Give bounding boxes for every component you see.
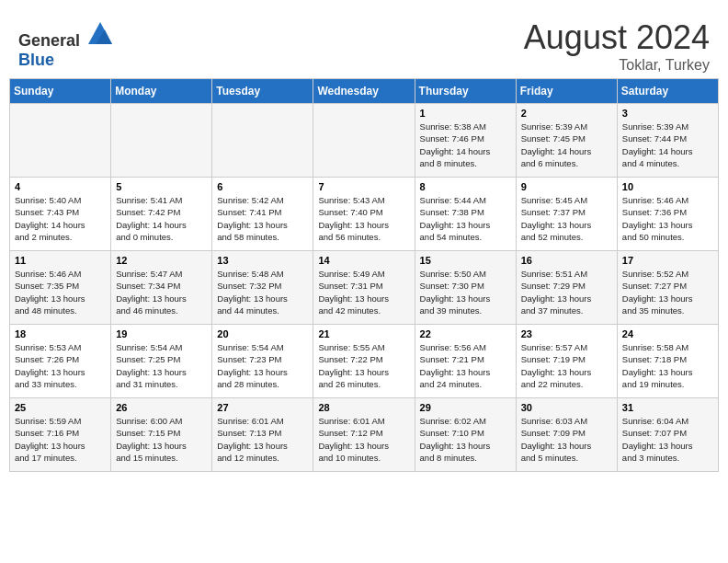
calendar-cell: 8Sunrise: 5:44 AM Sunset: 7:38 PM Daylig… — [415, 178, 516, 251]
day-number: 20 — [217, 328, 308, 339]
logo-blue: Blue — [18, 51, 54, 69]
calendar-cell: 11Sunrise: 5:46 AM Sunset: 7:35 PM Dayli… — [10, 251, 111, 325]
day-number: 3 — [622, 108, 713, 119]
day-info: Sunrise: 5:51 AM Sunset: 7:29 PM Dayligh… — [521, 268, 612, 316]
calendar-cell: 1Sunrise: 5:38 AM Sunset: 7:46 PM Daylig… — [415, 104, 516, 178]
calendar-cell: 17Sunrise: 5:52 AM Sunset: 7:27 PM Dayli… — [617, 251, 718, 325]
day-info: Sunrise: 5:43 AM Sunset: 7:40 PM Dayligh… — [318, 194, 409, 243]
calendar-cell: 27Sunrise: 6:01 AM Sunset: 7:13 PM Dayli… — [212, 398, 313, 472]
day-info: Sunrise: 6:01 AM Sunset: 7:13 PM Dayligh… — [217, 415, 308, 464]
calendar-cell: 22Sunrise: 5:56 AM Sunset: 7:21 PM Dayli… — [415, 325, 516, 398]
month-title: August 2024 — [524, 18, 710, 57]
day-number: 17 — [622, 255, 713, 266]
calendar-week-row: 4Sunrise: 5:40 AM Sunset: 7:43 PM Daylig… — [10, 178, 719, 251]
calendar-cell: 18Sunrise: 5:53 AM Sunset: 7:26 PM Dayli… — [10, 325, 111, 398]
title-block: August 2024 Toklar, Turkey — [524, 18, 710, 74]
calendar-cell: 30Sunrise: 6:03 AM Sunset: 7:09 PM Dayli… — [516, 398, 617, 472]
weekday-header: Wednesday — [313, 79, 415, 104]
day-info: Sunrise: 5:46 AM Sunset: 7:36 PM Dayligh… — [622, 194, 713, 243]
day-number: 14 — [318, 255, 409, 266]
calendar-cell: 15Sunrise: 5:50 AM Sunset: 7:30 PM Dayli… — [415, 251, 516, 325]
calendar-cell: 3Sunrise: 5:39 AM Sunset: 7:44 PM Daylig… — [617, 104, 718, 178]
day-info: Sunrise: 6:01 AM Sunset: 7:12 PM Dayligh… — [318, 415, 409, 464]
logo-icon — [86, 18, 114, 46]
calendar-cell: 9Sunrise: 5:45 AM Sunset: 7:37 PM Daylig… — [516, 178, 617, 251]
weekday-header: Monday — [111, 79, 212, 104]
calendar-cell: 31Sunrise: 6:04 AM Sunset: 7:07 PM Dayli… — [617, 398, 718, 472]
day-info: Sunrise: 5:54 AM Sunset: 7:23 PM Dayligh… — [217, 341, 308, 390]
weekday-row: SundayMondayTuesdayWednesdayThursdayFrid… — [10, 79, 719, 104]
day-info: Sunrise: 5:47 AM Sunset: 7:34 PM Dayligh… — [116, 268, 207, 316]
day-number: 15 — [420, 255, 511, 266]
day-info: Sunrise: 5:54 AM Sunset: 7:25 PM Dayligh… — [116, 341, 207, 390]
calendar-cell: 7Sunrise: 5:43 AM Sunset: 7:40 PM Daylig… — [313, 178, 415, 251]
day-number: 25 — [15, 402, 106, 413]
calendar-cell: 20Sunrise: 5:54 AM Sunset: 7:23 PM Dayli… — [212, 325, 313, 398]
calendar-cell: 10Sunrise: 5:46 AM Sunset: 7:36 PM Dayli… — [617, 178, 718, 251]
day-number: 23 — [521, 328, 612, 339]
weekday-header: Sunday — [10, 79, 111, 104]
day-number: 5 — [116, 181, 207, 192]
calendar-table: SundayMondayTuesdayWednesdayThursdayFrid… — [9, 78, 719, 472]
day-info: Sunrise: 5:44 AM Sunset: 7:38 PM Dayligh… — [420, 194, 511, 243]
day-info: Sunrise: 5:59 AM Sunset: 7:16 PM Dayligh… — [15, 415, 106, 464]
weekday-header: Tuesday — [212, 79, 313, 104]
day-number: 26 — [116, 402, 207, 413]
calendar-cell: 29Sunrise: 6:02 AM Sunset: 7:10 PM Dayli… — [415, 398, 516, 472]
day-info: Sunrise: 5:55 AM Sunset: 7:22 PM Dayligh… — [318, 341, 409, 390]
day-info: Sunrise: 5:41 AM Sunset: 7:42 PM Dayligh… — [116, 194, 207, 243]
day-info: Sunrise: 5:38 AM Sunset: 7:46 PM Dayligh… — [420, 121, 511, 169]
calendar-cell: 6Sunrise: 5:42 AM Sunset: 7:41 PM Daylig… — [212, 178, 313, 251]
calendar-cell: 14Sunrise: 5:49 AM Sunset: 7:31 PM Dayli… — [313, 251, 415, 325]
page-header: General Blue August 2024 Toklar, Turkey — [9, 9, 719, 78]
calendar-cell — [313, 104, 415, 178]
day-info: Sunrise: 5:50 AM Sunset: 7:30 PM Dayligh… — [420, 268, 511, 316]
calendar-week-row: 25Sunrise: 5:59 AM Sunset: 7:16 PM Dayli… — [10, 398, 719, 472]
day-number: 28 — [318, 402, 409, 413]
calendar-cell: 5Sunrise: 5:41 AM Sunset: 7:42 PM Daylig… — [111, 178, 212, 251]
calendar-cell: 28Sunrise: 6:01 AM Sunset: 7:12 PM Dayli… — [313, 398, 415, 472]
calendar-cell: 21Sunrise: 5:55 AM Sunset: 7:22 PM Dayli… — [313, 325, 415, 398]
day-info: Sunrise: 5:49 AM Sunset: 7:31 PM Dayligh… — [318, 268, 409, 316]
weekday-header: Friday — [516, 79, 617, 104]
calendar-cell: 24Sunrise: 5:58 AM Sunset: 7:18 PM Dayli… — [617, 325, 718, 398]
day-number: 8 — [420, 181, 511, 192]
day-number: 19 — [116, 328, 207, 339]
calendar-cell: 4Sunrise: 5:40 AM Sunset: 7:43 PM Daylig… — [10, 178, 111, 251]
calendar-cell — [10, 104, 111, 178]
day-info: Sunrise: 5:46 AM Sunset: 7:35 PM Dayligh… — [15, 268, 106, 316]
day-number: 16 — [521, 255, 612, 266]
calendar-cell: 23Sunrise: 5:57 AM Sunset: 7:19 PM Dayli… — [516, 325, 617, 398]
day-info: Sunrise: 5:57 AM Sunset: 7:19 PM Dayligh… — [521, 341, 612, 390]
day-number: 24 — [622, 328, 713, 339]
calendar-cell — [212, 104, 313, 178]
logo: General Blue — [18, 18, 114, 70]
day-info: Sunrise: 6:00 AM Sunset: 7:15 PM Dayligh… — [116, 415, 207, 464]
calendar-header: SundayMondayTuesdayWednesdayThursdayFrid… — [10, 79, 719, 104]
day-number: 13 — [217, 255, 308, 266]
logo-general: General — [18, 31, 80, 50]
day-number: 29 — [420, 402, 511, 413]
day-info: Sunrise: 5:45 AM Sunset: 7:37 PM Dayligh… — [521, 194, 612, 243]
calendar-week-row: 11Sunrise: 5:46 AM Sunset: 7:35 PM Dayli… — [10, 251, 719, 325]
day-number: 31 — [622, 402, 713, 413]
day-number: 22 — [420, 328, 511, 339]
calendar-cell: 12Sunrise: 5:47 AM Sunset: 7:34 PM Dayli… — [111, 251, 212, 325]
weekday-header: Thursday — [415, 79, 516, 104]
day-info: Sunrise: 5:40 AM Sunset: 7:43 PM Dayligh… — [15, 194, 106, 243]
calendar-cell: 16Sunrise: 5:51 AM Sunset: 7:29 PM Dayli… — [516, 251, 617, 325]
day-number: 10 — [622, 181, 713, 192]
day-number: 11 — [15, 255, 106, 266]
calendar-body: 1Sunrise: 5:38 AM Sunset: 7:46 PM Daylig… — [10, 104, 719, 472]
calendar-cell: 13Sunrise: 5:48 AM Sunset: 7:32 PM Dayli… — [212, 251, 313, 325]
location-title: Toklar, Turkey — [524, 57, 710, 74]
day-info: Sunrise: 5:58 AM Sunset: 7:18 PM Dayligh… — [622, 341, 713, 390]
day-info: Sunrise: 6:04 AM Sunset: 7:07 PM Dayligh… — [622, 415, 713, 464]
day-info: Sunrise: 5:39 AM Sunset: 7:44 PM Dayligh… — [622, 121, 713, 169]
day-number: 18 — [15, 328, 106, 339]
day-number: 6 — [217, 181, 308, 192]
weekday-header: Saturday — [617, 79, 718, 104]
day-number: 27 — [217, 402, 308, 413]
day-info: Sunrise: 5:42 AM Sunset: 7:41 PM Dayligh… — [217, 194, 308, 243]
day-number: 30 — [521, 402, 612, 413]
